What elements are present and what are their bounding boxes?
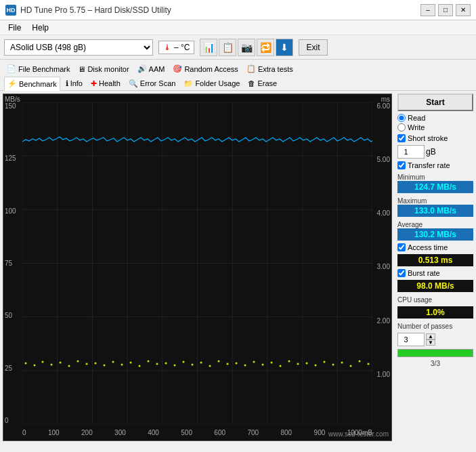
toolbar-icon-1[interactable]: 📊 — [200, 39, 217, 56]
burst-rate-checkbox[interactable] — [397, 269, 406, 277]
svg-point-41 — [227, 363, 229, 365]
svg-point-42 — [236, 363, 238, 365]
toolbar-icon-4[interactable]: 🔁 — [257, 39, 274, 56]
tab-extra-tests[interactable]: 📋 Extra tests — [244, 62, 296, 75]
toolbar-icon-2[interactable]: 📋 — [219, 39, 236, 56]
drive-select[interactable]: ASolid USB (498 gB) — [4, 39, 153, 56]
svg-point-38 — [200, 362, 202, 364]
svg-point-33 — [156, 363, 158, 365]
info-icon: ℹ — [66, 79, 68, 88]
svg-point-50 — [306, 363, 308, 365]
svg-point-48 — [288, 361, 290, 363]
svg-point-32 — [148, 361, 150, 363]
minimum-value: 124.7 MB/s — [397, 181, 473, 193]
access-time-label: Access time — [408, 243, 448, 251]
window-title: HD Tune Pro 5.75 – Hard Disk/SSD Utility — [20, 5, 171, 15]
passes-input[interactable] — [397, 333, 425, 346]
short-stroke-input[interactable] — [397, 145, 425, 159]
y-labels-right: 6.00 5.00 4.00 3.00 2.00 1.00 — [377, 102, 390, 424]
tab-disk-monitor[interactable]: 🖥 Disk monitor — [75, 62, 131, 75]
svg-point-31 — [139, 365, 141, 367]
title-bar: HD HD Tune Pro 5.75 – Hard Disk/SSD Util… — [0, 0, 476, 20]
average-label: Average — [397, 221, 473, 228]
short-stroke-checkbox-label[interactable]: Short stroke — [397, 134, 473, 142]
passes-input-group: ▲ ▼ — [397, 333, 473, 346]
svg-point-18 — [25, 363, 27, 365]
cpu-usage-value: 1.0% — [397, 306, 473, 319]
extra-tests-icon: 📋 — [246, 64, 256, 73]
close-button[interactable]: ✕ — [456, 4, 471, 16]
chart-container: MB/s ms — [3, 94, 392, 441]
write-label: Write — [408, 123, 425, 131]
tab-health[interactable]: ✚ Health — [88, 77, 123, 90]
passes-label: Number of passes — [397, 323, 473, 330]
svg-point-22 — [60, 362, 62, 364]
svg-point-45 — [262, 364, 264, 366]
error-scan-icon: 🔍 — [129, 79, 138, 88]
right-panel: Start Read Write Short stroke gB Transfe… — [395, 91, 476, 444]
svg-point-39 — [209, 365, 211, 367]
tab-random-access[interactable]: 🎯 Random Access — [170, 62, 240, 75]
access-time-checkbox-label[interactable]: Access time — [397, 243, 473, 251]
svg-point-40 — [218, 361, 220, 363]
toolbar-icon-3[interactable]: 📷 — [238, 39, 255, 56]
svg-point-27 — [104, 365, 106, 367]
passes-up-button[interactable]: ▲ — [426, 333, 435, 340]
tab-info[interactable]: ℹ Info — [63, 77, 85, 90]
tab-error-scan[interactable]: 🔍 Error Scan — [126, 77, 179, 90]
chart-grid-svg — [22, 102, 372, 424]
main-area: MB/s ms — [0, 91, 476, 444]
tab-file-benchmark[interactable]: 📄 File Benchmark — [4, 62, 72, 75]
exit-button[interactable]: Exit — [299, 39, 327, 56]
svg-point-57 — [368, 363, 370, 365]
toolbar-icon-download[interactable]: ⬇ — [276, 39, 293, 56]
svg-point-36 — [183, 361, 185, 363]
menu-file[interactable]: File — [3, 22, 26, 34]
access-time-value: 0.513 ms — [397, 254, 473, 266]
menu-help[interactable]: Help — [26, 22, 54, 34]
short-stroke-checkbox[interactable] — [397, 134, 406, 142]
svg-point-56 — [359, 361, 361, 363]
read-radio[interactable] — [397, 114, 406, 122]
maximum-value: 133.0 MB/s — [397, 205, 473, 217]
svg-point-19 — [34, 365, 36, 367]
read-write-group: Read Write — [397, 114, 473, 131]
random-access-icon: 🎯 — [173, 64, 182, 73]
menu-bar: File Help — [0, 20, 476, 35]
app-icon: HD — [5, 5, 16, 16]
transfer-rate-checkbox[interactable] — [397, 161, 406, 169]
short-stroke-unit: gB — [426, 147, 436, 157]
average-stat: Average 130.2 MB/s — [397, 220, 473, 241]
write-radio[interactable] — [397, 123, 406, 131]
transfer-rate-checkbox-label[interactable]: Transfer rate — [397, 161, 473, 169]
tab-aam[interactable]: 🔊 AAM — [135, 62, 168, 75]
thermometer-icon: 🌡 — [163, 43, 171, 52]
minimize-button[interactable]: – — [420, 4, 435, 16]
tab-erase[interactable]: 🗑 Erase — [245, 77, 280, 90]
y-labels-left: 150 125 100 75 50 25 0 — [5, 102, 16, 424]
burst-rate-checkbox-label[interactable]: Burst rate — [397, 269, 473, 277]
svg-point-34 — [165, 363, 167, 365]
passes-progress-bar — [397, 349, 473, 357]
read-radio-label[interactable]: Read — [397, 114, 473, 122]
burst-rate-value: 98.0 MB/s — [397, 280, 473, 292]
passes-spinner[interactable]: ▲ ▼ — [426, 333, 435, 346]
svg-point-20 — [42, 361, 44, 363]
access-time-checkbox[interactable] — [397, 243, 406, 251]
write-radio-label[interactable]: Write — [397, 123, 473, 131]
window-controls[interactable]: – □ ✕ — [420, 4, 471, 16]
svg-point-26 — [95, 363, 97, 365]
watermark: www.ssd-tester.com — [328, 430, 389, 438]
aam-icon: 🔊 — [137, 64, 147, 73]
maximum-label: Maximum — [397, 197, 473, 205]
tab-benchmark[interactable]: ⚡ Benchmark — [4, 77, 60, 91]
maximize-button[interactable]: □ — [438, 4, 453, 16]
tab-folder-usage[interactable]: 📁 Folder Usage — [181, 77, 242, 90]
svg-point-55 — [350, 365, 352, 367]
benchmark-icon: ⚡ — [7, 79, 17, 88]
svg-point-35 — [174, 365, 176, 367]
transfer-rate-label: Transfer rate — [408, 161, 450, 169]
start-button[interactable]: Start — [397, 94, 473, 111]
passes-progress-text: 3/3 — [397, 360, 473, 367]
passes-down-button[interactable]: ▼ — [426, 340, 435, 346]
